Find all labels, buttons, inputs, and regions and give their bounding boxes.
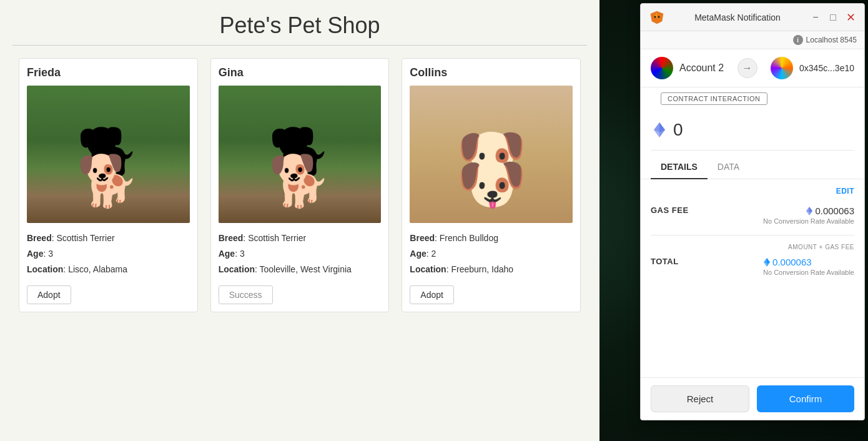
pet-name-frieda: Frieda bbox=[27, 66, 190, 79]
dog-icon-frieda: 🐕 bbox=[77, 125, 139, 184]
gas-fee-amount: 0.000063 bbox=[815, 206, 854, 216]
adopt-button-frieda[interactable]: Adopt bbox=[27, 285, 71, 304]
window-controls: − □ ✕ bbox=[809, 11, 857, 24]
gas-fee-conversion: No Conversion Rate Available bbox=[763, 217, 854, 225]
details-panel: EDIT GAS FEE 0.000063 No Conversion Rate… bbox=[641, 179, 864, 377]
details-data-tabs: DETAILS DATA bbox=[641, 156, 864, 179]
dog-icon-collins: 🐶 bbox=[456, 122, 526, 187]
metamask-title: MetaMask Notification bbox=[666, 12, 809, 22]
age-label: Age bbox=[27, 249, 43, 259]
eth-amount-value: 0 bbox=[673, 120, 683, 140]
total-label: TOTAL bbox=[651, 257, 679, 266]
edit-link[interactable]: EDIT bbox=[651, 187, 854, 196]
metamask-logo bbox=[648, 9, 666, 26]
tab-details[interactable]: DETAILS bbox=[651, 156, 708, 179]
location-label-collins: Location bbox=[410, 264, 446, 274]
eth-diamond-icon bbox=[653, 121, 666, 139]
age-value-collins: 2 bbox=[432, 249, 436, 259]
contract-badge-container: CONTRACT INTERACTION bbox=[641, 87, 864, 115]
breed-value-frieda: Scottish Terrier bbox=[56, 233, 114, 243]
pet-image-frieda: 🐕 bbox=[27, 86, 190, 223]
age-value-gina: 3 bbox=[240, 249, 245, 259]
dog-icon-gina: 🐕 bbox=[269, 125, 331, 184]
info-icon: i bbox=[793, 35, 803, 45]
location-label-gina: Location bbox=[219, 264, 255, 274]
age-value-frieda: 3 bbox=[48, 249, 53, 259]
gas-fee-row: GAS FEE 0.000063 No Conversion Rate Avai… bbox=[651, 201, 854, 230]
metamask-header: MetaMask Notification − □ ✕ bbox=[641, 4, 864, 31]
svg-point-4 bbox=[658, 16, 660, 17]
age-label-gina: Age bbox=[219, 249, 235, 259]
ethereum-icon bbox=[651, 121, 668, 139]
minimize-button[interactable]: − bbox=[809, 11, 822, 24]
svg-point-3 bbox=[654, 16, 656, 17]
pets-grid: Frieda 🐕 Breed: Scottish Terrier Age: 3 … bbox=[12, 58, 587, 312]
reject-button[interactable]: Reject bbox=[651, 385, 749, 412]
pet-info-frieda: Breed: Scottish Terrier Age: 3 Location:… bbox=[27, 230, 190, 278]
breed-label-gina: Breed bbox=[219, 233, 244, 243]
pet-card-frieda: Frieda 🐕 Breed: Scottish Terrier Age: 3 … bbox=[19, 58, 198, 312]
pet-name-collins: Collins bbox=[410, 66, 573, 79]
network-bar: i Localhost 8545 bbox=[641, 31, 864, 49]
metamask-popup: MetaMask Notification − □ ✕ i Localhost … bbox=[640, 3, 865, 420]
breed-value-collins: French Bulldog bbox=[440, 233, 498, 243]
total-row: TOTAL 0.000063 No Conversion Rate Availa… bbox=[651, 254, 854, 279]
total-value-section: 0.000063 No Conversion Rate Available bbox=[763, 257, 854, 276]
metamask-fox-svg bbox=[649, 10, 664, 25]
main-content: Pete's Pet Shop Frieda 🐕 Breed: Scottish… bbox=[0, 0, 599, 441]
account-avatar bbox=[651, 57, 673, 79]
total-eth-icon bbox=[763, 257, 771, 267]
pet-card-gina: Gina 🐕 Breed: Scottish Terrier Age: 3 Lo… bbox=[210, 58, 390, 312]
divider-1 bbox=[651, 150, 854, 151]
eth-amount-section: 0 bbox=[641, 115, 864, 150]
pet-card-collins: Collins 🐶 Breed: French Bulldog Age: 2 L… bbox=[402, 58, 581, 312]
pet-image-gina: 🐕 bbox=[219, 86, 382, 223]
arrow-right-icon: → bbox=[737, 58, 757, 78]
total-conversion: No Conversion Rate Available bbox=[763, 269, 854, 276]
gas-fee-eth: 0.000063 bbox=[763, 206, 854, 216]
pet-info-gina: Breed: Scottish Terrier Age: 3 Location:… bbox=[219, 230, 382, 278]
amount-gas-label: AMOUNT + GAS FEE bbox=[788, 244, 854, 250]
pet-image-collins: 🐶 bbox=[410, 86, 573, 223]
page-title: Pete's Pet Shop bbox=[12, 12, 587, 46]
total-eth: 0.000063 bbox=[763, 257, 854, 267]
total-amount: 0.000063 bbox=[772, 257, 812, 267]
location-value-collins: Freeburn, Idaho bbox=[451, 264, 513, 274]
confirm-button[interactable]: Confirm bbox=[757, 385, 854, 412]
success-button-gina: Success bbox=[219, 285, 273, 304]
adopt-button-collins[interactable]: Adopt bbox=[410, 285, 454, 304]
close-button[interactable]: ✕ bbox=[844, 11, 857, 24]
location-value-gina: Tooleville, West Virginia bbox=[260, 264, 352, 274]
contract-avatar bbox=[771, 57, 793, 79]
age-label-collins: Age bbox=[410, 249, 426, 259]
maximize-button[interactable]: □ bbox=[827, 11, 839, 24]
location-value-frieda: Lisco, Alabama bbox=[68, 264, 127, 274]
fee-divider bbox=[651, 235, 854, 235]
fox-icon bbox=[649, 10, 664, 25]
account-right: 0x345c...3e10 bbox=[771, 57, 854, 79]
tab-data[interactable]: DATA bbox=[708, 156, 749, 179]
network-name: Localhost 8545 bbox=[806, 36, 857, 44]
account-left: Account 2 bbox=[651, 57, 724, 79]
pet-name-gina: Gina bbox=[219, 66, 382, 79]
accounts-row: Account 2 → 0x345c...3e10 bbox=[641, 49, 864, 87]
breed-label-collins: Breed bbox=[410, 233, 435, 243]
location-label: Location bbox=[27, 264, 63, 274]
contract-address: 0x345c...3e10 bbox=[799, 63, 854, 73]
gas-fee-label: GAS FEE bbox=[651, 206, 689, 215]
pet-info-collins: Breed: French Bulldog Age: 2 Location: F… bbox=[410, 230, 573, 278]
breed-label: Breed bbox=[27, 233, 52, 243]
contract-badge: CONTRACT INTERACTION bbox=[661, 92, 767, 105]
gas-fee-value-section: 0.000063 No Conversion Rate Available bbox=[763, 206, 854, 225]
gas-eth-icon bbox=[806, 206, 813, 216]
breed-value-gina: Scottish Terrier bbox=[248, 233, 306, 243]
account-name: Account 2 bbox=[679, 62, 724, 74]
action-buttons: Reject Confirm bbox=[641, 377, 864, 420]
